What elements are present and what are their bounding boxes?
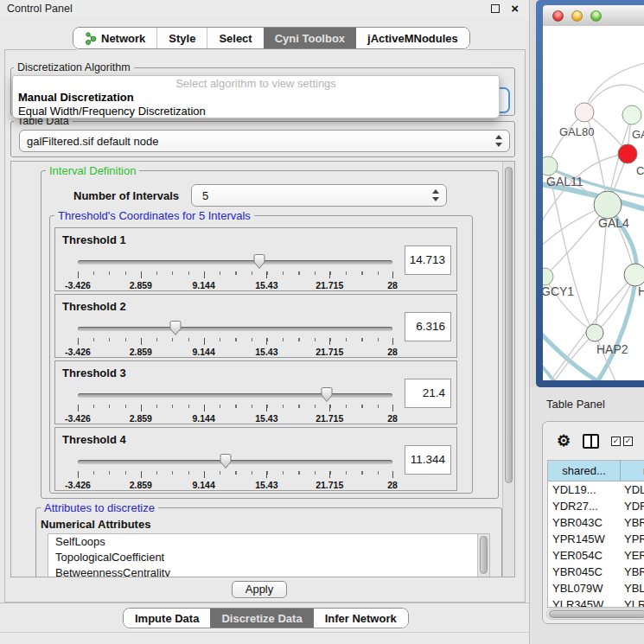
table-cell[interactable]: YLR3 (621, 596, 644, 608)
tab-jactivemnodules-label: jActiveMNodules (367, 32, 458, 45)
list-item[interactable]: BetweennessCentrality (48, 565, 489, 577)
slider-ticks (78, 471, 392, 478)
node-gal80[interactable] (575, 103, 594, 122)
dropdown-item-equal-width[interactable]: Equal Width/Frequency Discretization (13, 105, 499, 118)
select-columns-icons[interactable]: ✓ ✓ (611, 437, 633, 446)
network-icon (85, 32, 97, 45)
tick-label: 9.144 (192, 347, 214, 357)
dropdown-item-manual-discretization[interactable]: Manual Discretization (13, 91, 499, 105)
close-icon[interactable]: × (511, 1, 519, 16)
slider-track[interactable] (78, 460, 392, 464)
slider-track[interactable] (78, 327, 392, 331)
table-row[interactable]: YBL079WYBL0 (548, 580, 644, 596)
tab-cyni-toolbox[interactable]: Cyni Toolbox (264, 28, 356, 48)
node-gcy1[interactable] (543, 268, 553, 285)
threshold-2-slider[interactable]: -3.426 2.859 9.144 15.43 21.715 28 (78, 319, 392, 354)
threshold-3-value-field[interactable]: 21.4 (405, 379, 451, 408)
table-cell[interactable]: YBR043C (548, 514, 621, 531)
network-graph: GAL80 GA C GAL11 GAL4 GCY1 H HAP2 (543, 26, 644, 380)
table-cell[interactable]: YPR145W (548, 531, 621, 547)
threshold-3-panel: Threshold 3 -3.426 2.859 9.144 15.43 21.… (54, 360, 457, 424)
table-row[interactable]: YLR345WYLR3 (548, 596, 644, 608)
threshold-list: Threshold 1 -3.426 2.859 9.144 15.43 21.… (49, 162, 473, 507)
table-panel-title: Table Panel (546, 398, 605, 411)
column-header-name[interactable]: na (621, 461, 644, 481)
panel-scrollbar[interactable] (502, 162, 514, 577)
tick-label: 28 (387, 347, 398, 357)
tick-label: 15.43 (255, 280, 277, 290)
tick-label: 21.715 (316, 480, 343, 490)
tick-label: 2.859 (130, 413, 152, 424)
table-row[interactable]: YER054CYER0 (548, 547, 644, 564)
minimize-traffic-light-icon[interactable] (571, 10, 583, 22)
table-cell[interactable]: YDR2 (621, 498, 644, 514)
gear-icon[interactable]: ⚙ (557, 433, 571, 449)
close-traffic-light-icon[interactable] (552, 10, 564, 22)
slider-thumb[interactable] (219, 453, 233, 470)
tab-style[interactable]: Style (156, 28, 207, 48)
network-canvas[interactable]: GAL80 GA C GAL11 GAL4 GCY1 H HAP2 (543, 26, 644, 380)
table-row[interactable]: YBR045CYBR0 (548, 564, 644, 580)
node-hap2[interactable] (586, 324, 603, 341)
tab-network[interactable]: Network (73, 28, 156, 48)
float-window-icon[interactable] (491, 4, 500, 13)
dropdown-placeholder-item[interactable]: Select algorithm to view settings (13, 77, 499, 91)
threshold-4-slider[interactable]: -3.426 2.859 9.144 15.43 21.715 28 (78, 452, 392, 487)
table-cell[interactable]: YBR045C (548, 564, 621, 580)
table-cell[interactable]: YBL079W (548, 580, 621, 596)
slider-track[interactable] (78, 260, 392, 265)
table-data-combobox[interactable]: galFiltered.sif default node (19, 130, 510, 152)
node-partial-top-right[interactable] (622, 105, 641, 124)
table-cell[interactable]: YPR1 (621, 531, 644, 547)
threshold-2-value-field[interactable]: 6.316 (405, 312, 451, 341)
tab-cyni-toolbox-label: Cyni Toolbox (275, 32, 345, 45)
threshold-4-value-field[interactable]: 11.344 (405, 445, 451, 475)
table-cell[interactable]: YER0 (621, 547, 644, 564)
list-scrollbar[interactable] (477, 534, 489, 577)
apply-button[interactable]: Apply (232, 581, 287, 598)
node-gal11[interactable] (543, 156, 558, 175)
table-cell[interactable]: YLR345W (548, 596, 621, 608)
table-cell[interactable]: YER054C (548, 547, 621, 564)
node-label: GAL4 (598, 216, 629, 230)
table-cell[interactable]: YBR0 (621, 564, 644, 580)
table-cell[interactable]: YBR0 (621, 514, 644, 531)
column-layout-icon[interactable] (583, 434, 599, 449)
checkbox-icon[interactable]: ✓ (623, 437, 633, 446)
table-cell[interactable]: YDL19... (548, 481, 621, 498)
threshold-3-slider[interactable]: -3.426 2.859 9.144 15.43 21.715 28 (78, 386, 392, 420)
table-row[interactable]: YDL19...YDL1 (548, 481, 644, 498)
column-header-shared-name[interactable]: shared... (548, 461, 621, 481)
table-cell[interactable]: YDL1 (621, 481, 644, 498)
threshold-1-label: Threshold 1 (62, 233, 126, 246)
node-label: GAL11 (546, 175, 583, 188)
checkbox-icon[interactable]: ✓ (611, 437, 621, 446)
table-cell[interactable]: YDR27... (548, 498, 621, 514)
zoom-traffic-light-icon[interactable] (590, 10, 602, 22)
tick-label: 21.715 (316, 347, 343, 357)
tab-infer-network[interactable]: Infer Network (314, 609, 408, 628)
list-item[interactable]: TopologicalCoefficient (48, 550, 489, 565)
network-window-titlebar[interactable] (543, 5, 644, 26)
table-row[interactable]: YBR043CYBR0 (548, 514, 644, 531)
tab-impute-data[interactable]: Impute Data (124, 609, 210, 628)
tab-discretize-data[interactable]: Discretize Data (210, 609, 313, 628)
table-row[interactable]: YDR27...YDR2 (548, 498, 644, 514)
list-item[interactable]: SelfLoops (48, 534, 489, 550)
threshold-1-slider[interactable]: -3.426 2.859 9.144 15.43 21.715 28 (78, 252, 392, 287)
threshold-1-value-field[interactable]: 14.713 (405, 245, 451, 275)
slider-thumb[interactable] (320, 386, 334, 404)
slider-thumb[interactable] (252, 253, 266, 271)
tick-label: 2.859 (130, 347, 152, 357)
tab-select[interactable]: Select (207, 28, 263, 48)
table-cell[interactable]: YBL0 (621, 580, 644, 596)
slider-thumb[interactable] (169, 320, 182, 337)
node-partial-low-right[interactable] (624, 264, 644, 286)
slider-track[interactable] (78, 393, 392, 398)
table-horizontal-scrollbar[interactable] (546, 609, 644, 620)
table-row[interactable]: YPR145WYPR1 (548, 531, 644, 547)
node-gal4[interactable] (594, 191, 622, 219)
node-red[interactable] (618, 144, 637, 163)
cyni-mode-tabbar: Impute Data Discretize Data Infer Networ… (123, 608, 409, 628)
tab-jactivemnodules[interactable]: jActiveMNodules (356, 28, 469, 48)
